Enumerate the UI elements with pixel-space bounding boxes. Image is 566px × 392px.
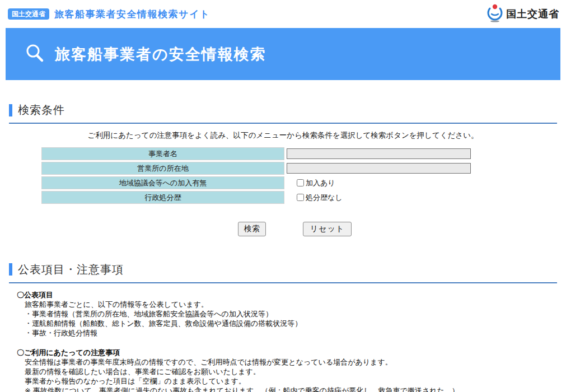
mlit-org-name: 国土交通省 (506, 7, 559, 21)
no-disposition-label: 処分歴なし (306, 193, 343, 203)
note-line: 最新の情報を確認したい場合は、事業者にご確認をお願いいたします。 (25, 367, 557, 376)
form-row-office-location: 営業所の所在地 (41, 162, 557, 175)
note-line: ・運航船舶情報（船舶数、総トン数、旅客定員、救命設備や通信設備の搭載状況等） (25, 319, 557, 328)
field-label-disposition-history: 行政処分歴 (41, 191, 284, 204)
site-header: 国土交通省 旅客船事業者安全情報検索サイト 国土交通省 (0, 0, 566, 28)
published-items-block: 〇公表項目 旅客船事業者ごとに、以下の情報等を公表しています。 ・事業者情報（営… (17, 290, 557, 338)
field-label-office-location: 営業所の所在地 (41, 162, 284, 175)
mlit-logo: 国土交通省 (486, 0, 559, 28)
no-disposition-option[interactable]: 処分歴なし (287, 193, 343, 203)
hero-banner: 旅客船事業者の安全情報検索 (6, 28, 560, 80)
search-section-heading: 検索条件 (9, 102, 557, 124)
council-joined-label: 加入あり (306, 178, 335, 188)
published-items-title: 〇公表項目 (17, 290, 557, 300)
notes-section-title: 公表項目・注意事項 (18, 262, 124, 277)
mlit-badge: 国土交通省 (8, 8, 49, 20)
note-line: ・事業者情報（営業所の所在地、地域旅客船安全協議会等への加入状況等） (25, 309, 557, 319)
search-section-title: 検索条件 (18, 102, 65, 118)
note-line: ・事故・行政処分情報 (25, 328, 557, 338)
heading-bar (9, 263, 12, 276)
field-value-cell: 処分歴なし (284, 191, 343, 204)
note-line: 安全情報は事業者の事業年度末時点の情報ですので、ご利用時点では情報が変更となって… (25, 357, 557, 367)
note-line: ※ 事故件数について、事業者側に過失のない事故も含まれております。（例：船内で乗… (25, 386, 557, 392)
mlit-logo-icon (486, 3, 504, 25)
council-joined-checkbox[interactable] (297, 179, 304, 186)
usage-notes-block: 〇ご利用にあたっての注意事項 安全情報は事業者の事業年度末時点の情報ですので、ご… (17, 348, 557, 392)
note-line: 事業者から報告のなかった項目は「空欄」のまま表示しています。 (25, 376, 557, 386)
instruction-text: ご利用にあたっての注意事項をよく読み、以下のメニューから検索条件を選択して検索ボ… (9, 130, 557, 141)
notes-body: 〇公表項目 旅客船事業者ごとに、以下の情報等を公表しています。 ・事業者情報（営… (17, 290, 557, 392)
field-value-cell (284, 147, 471, 160)
search-icon (25, 43, 45, 66)
notes-section-heading: 公表項目・注意事項 (9, 262, 557, 283)
no-disposition-checkbox[interactable] (297, 194, 304, 201)
field-value-cell: 加入あり (284, 176, 335, 189)
reset-button[interactable]: リセット (303, 222, 352, 236)
field-label-council-membership: 地域協議会等への加入有無 (41, 176, 284, 189)
note-line: 旅客船事業者ごとに、以下の情報等を公表しています。 (25, 300, 557, 309)
form-row-council-membership: 地域協議会等への加入有無 加入あり (41, 176, 557, 189)
field-value-cell (284, 162, 471, 175)
council-joined-option[interactable]: 加入あり (287, 178, 335, 188)
notes-section: 公表項目・注意事項 〇公表項目 旅客船事業者ごとに、以下の情報等を公表しています… (9, 236, 557, 392)
site-title-link[interactable]: 旅客船事業者安全情報検索サイト (54, 8, 211, 21)
field-label-operator-name: 事業者名 (41, 147, 284, 160)
operator-name-input[interactable] (287, 148, 471, 159)
page-title: 旅客船事業者の安全情報検索 (55, 44, 266, 64)
button-row: 検索 リセット (238, 222, 557, 236)
form-row-operator-name: 事業者名 (41, 147, 557, 160)
office-location-input[interactable] (287, 163, 471, 174)
heading-bar (9, 104, 12, 116)
usage-notes-title: 〇ご利用にあたっての注意事項 (17, 348, 557, 357)
form-row-disposition-history: 行政処分歴 処分歴なし (41, 191, 557, 204)
search-button[interactable]: 検索 (238, 222, 266, 236)
search-section: 検索条件 ご利用にあたっての注意事項をよく読み、以下のメニューから検索条件を選択… (9, 80, 557, 236)
search-form: 事業者名 営業所の所在地 地域協議会等への加入有無 加入あり 行政処分歴 (41, 147, 557, 204)
